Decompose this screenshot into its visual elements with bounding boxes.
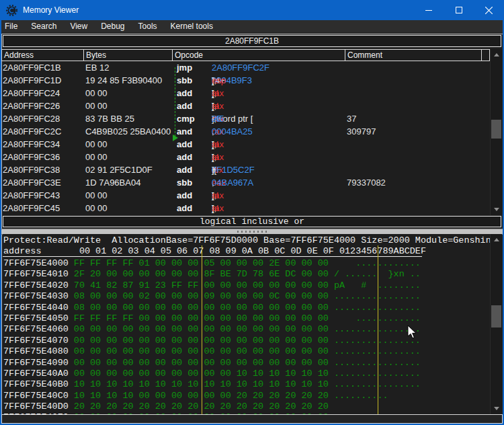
disasm-comment: 79337082 <box>347 176 386 189</box>
hex-row[interactable]: 7FF6F75E4050 FF FF FF FF 00 00 00 00 00 … <box>3 313 490 324</box>
hex-address: 7FF6F75E4010 <box>3 269 74 279</box>
disasm-address: 2A80FF9FC34 <box>3 138 60 151</box>
disasm-row[interactable]: 2A80FF9FC4500 00add[rax],al <box>1 202 490 215</box>
hex-address: 7FF6F75E4020 <box>3 280 74 291</box>
menu-item-debug[interactable]: Debug <box>94 20 131 33</box>
disasm-comment: 309797 <box>347 125 376 138</box>
disasm-address: 2A80FF9FC28 <box>3 112 60 125</box>
disasm-bytes: 83 7B BB 25 <box>85 112 134 125</box>
disasm-mnemonic: cmp <box>177 112 195 125</box>
hex-row[interactable]: 7FF6F75E4070 00 00 00 00 00 00 00 00 00 … <box>3 336 490 346</box>
menu-item-file[interactable]: File <box>1 20 24 33</box>
hex-row[interactable]: 7FF6F75E4080 00 00 00 00 00 00 00 00 00 … <box>3 346 490 357</box>
disasm-row[interactable]: 2A80FF9FC2400 00add[rax],al <box>1 87 490 100</box>
disasm-row[interactable]: 2A80FF9FC2883 7B BB 25cmpdword ptr [rbx-… <box>1 112 490 125</box>
disasm-mnemonic: add <box>177 151 192 163</box>
disasm-comment: 37 <box>347 112 356 125</box>
disasm-row[interactable]: 2A80FF9FC4300 00add[rax],al <box>1 189 490 202</box>
column-header-opcode[interactable]: Opcode <box>172 49 345 61</box>
hex-address: 7FF6F75E4000 <box>3 258 74 268</box>
hex-row[interactable]: 7FF6F75E4010 2F 20 00 00 00 00 00 00 8F … <box>3 269 490 280</box>
scroll-up-icon[interactable] <box>494 238 499 241</box>
column-header-address[interactable]: Address <box>1 49 84 61</box>
disasm-bytes: 00 00 <box>85 202 108 215</box>
hex-row[interactable]: 7FF6F75E4060 00 00 00 00 00 00 00 00 00 … <box>3 324 490 335</box>
disassembler-scrollbar-thumb[interactable] <box>491 120 501 139</box>
hex-bytes-and-ascii: 00 00 00 00 00 00 00 00 00 00 00 00 00 0… <box>74 358 421 368</box>
title-bar: Memory Viewer <box>0 0 504 20</box>
column-header-comment[interactable]: Comment <box>345 49 482 61</box>
hex-row[interactable]: 7FF6F75E4020 70 41 82 87 91 23 FF FF 00 … <box>3 280 490 291</box>
disasm-address: 2A80FF9FC36 <box>3 151 60 163</box>
disasm-mnemonic: sbb <box>177 74 192 87</box>
disasm-row[interactable]: 2A80FF9FC2CC4B9B025 25BA0400andrax,0004B… <box>1 125 490 138</box>
disasm-bytes: 00 00 <box>85 151 108 163</box>
minimize-button[interactable] <box>413 0 444 20</box>
hex-bytes-and-ascii: 10 10 10 10 00 00 00 00 00 00 20 20 20 2… <box>74 391 421 401</box>
disasm-mnemonic: sbb <box>177 176 192 189</box>
menu-item-search[interactable]: Search <box>24 20 63 33</box>
current-address-bar[interactable]: 2A80FF9FC1B <box>3 35 501 47</box>
hex-row[interactable]: 7FF6F75E40D0 20 20 20 20 20 20 20 20 20 … <box>3 401 490 412</box>
disasm-address: 2A80FF9FC1B <box>3 61 61 74</box>
disasm-mnemonic: add <box>177 100 192 112</box>
column-header-bytes[interactable]: Bytes <box>83 49 173 61</box>
hex-bytes-and-ascii: 00 00 00 00 00 00 00 00 00 00 00 00 00 0… <box>74 336 421 346</box>
hex-bytes-and-ascii: FF FF FF FF 01 00 00 00 05 00 00 00 2E 0… <box>74 258 421 268</box>
hex-bytes-and-ascii: 08 00 00 00 02 00 00 00 09 00 00 00 0C 0… <box>74 291 421 301</box>
hex-address: 7FF6F75E4060 <box>3 324 74 334</box>
close-button[interactable] <box>474 0 504 20</box>
scroll-down-icon[interactable] <box>494 407 499 410</box>
hex-view: Protect:Read/Write AllocationBase=7FF6F7… <box>3 234 490 414</box>
scroll-down-icon[interactable] <box>494 208 499 211</box>
hex-row[interactable]: 7FF6F75E40B0 10 10 10 10 10 10 10 10 10 … <box>3 379 490 390</box>
disasm-address: 2A80FF9FC2C <box>3 125 61 138</box>
hexview-scrollbar[interactable] <box>490 234 502 414</box>
disasm-row[interactable]: 2A80FF9FC3E1D 7A96BA04sbbeax,04BA967A793… <box>1 176 490 189</box>
hex-row[interactable]: 7FF6F75E4040 08 00 00 00 00 00 00 00 00 … <box>3 303 490 313</box>
disasm-mnemonic: add <box>177 202 192 215</box>
scroll-up-icon[interactable] <box>494 53 499 56</box>
window-body: FileSearchViewDebugToolsKernel tools 2A8… <box>1 20 503 424</box>
disasm-row[interactable]: 2A80FF9FC3802 91 2F5C1D0Fadddl,[rcx+0F1D… <box>1 163 490 176</box>
hex-bytes-and-ascii: 70 41 82 87 91 23 FF FF 00 00 00 00 00 0… <box>74 280 421 291</box>
disassembler-rows: 2A80FF9FC1BEB 12jmp2A80FF9FC2F2A80FF9FC1… <box>1 61 490 215</box>
menu-item-kernel-tools[interactable]: Kernel tools <box>164 20 220 33</box>
disasm-bytes: 1D 7A96BA04 <box>85 176 140 189</box>
hex-row[interactable]: 7FF6F75E4090 00 00 00 00 00 00 00 00 00 … <box>3 358 490 369</box>
disasm-address: 2A80FF9FC3E <box>3 176 61 189</box>
hex-row[interactable]: 7FF6F75E4000 FF FF FF FF 01 00 00 00 05 … <box>3 258 490 269</box>
disasm-row[interactable]: 2A80FF9FC3600 00add[rax],al <box>1 151 490 163</box>
disasm-row[interactable]: 2A80FF9FC2600 00add[rax],al <box>1 100 490 112</box>
hex-address: 7FF6F75E40D0 <box>3 401 74 412</box>
instruction-description-bar: logical inclusive or <box>3 216 501 227</box>
disassembler-column-headers: AddressBytesOpcodeComment <box>1 49 490 61</box>
hex-address: 7FF6F75E4090 <box>3 358 74 368</box>
hex-header-rule <box>3 256 422 257</box>
disassembler-scrollbar[interactable] <box>490 49 502 215</box>
menu-item-view[interactable]: View <box>63 20 94 33</box>
menu-item-tools[interactable]: Tools <box>132 20 164 33</box>
hex-row[interactable]: 7FF6F75E40C0 10 10 10 10 00 00 00 00 00 … <box>3 391 490 401</box>
hex-bytes-and-ascii: FF FF FF FF 00 00 00 00 00 00 00 00 00 0… <box>74 313 421 323</box>
maximize-button[interactable] <box>444 0 474 20</box>
disasm-mnemonic: and <box>177 125 192 138</box>
disasm-bytes: 00 00 <box>85 100 108 112</box>
disasm-address: 2A80FF9FC38 <box>3 163 60 176</box>
disasm-address: 2A80FF9FC24 <box>3 87 60 100</box>
disasm-row[interactable]: 2A80FF9FC3400 00add[rax],al <box>1 138 490 151</box>
bottom-status-strip <box>1 414 503 424</box>
hex-address: 7FF6F75E4030 <box>3 291 74 301</box>
disasm-bytes: 02 91 2F5C1D0F <box>85 163 153 176</box>
hexview-scrollbar-thumb[interactable] <box>491 305 501 327</box>
disasm-mnemonic: add <box>177 189 192 202</box>
hex-row[interactable]: 7FF6F75E4030 08 00 00 00 02 00 00 00 09 … <box>3 291 490 302</box>
hex-bytes-and-ascii: 20 20 20 20 20 20 20 20 20 20 20 20 20 2… <box>74 401 421 412</box>
close-icon <box>485 7 493 14</box>
disasm-address: 2A80FF9FC26 <box>3 100 60 112</box>
disasm-mnemonic: jmp <box>177 61 192 74</box>
disasm-row[interactable]: 2A80FF9FC1BEB 12jmp2A80FF9FC2F <box>1 61 490 74</box>
hex-address: 7FF6F75E40B0 <box>3 379 74 389</box>
hex-row[interactable]: 7FF6F75E40A0 00 00 00 00 00 00 00 00 00 … <box>3 369 490 379</box>
disasm-row[interactable]: 2A80FF9FC1D19 24 85 F3B90400sbb[rax*4+00… <box>1 74 490 87</box>
